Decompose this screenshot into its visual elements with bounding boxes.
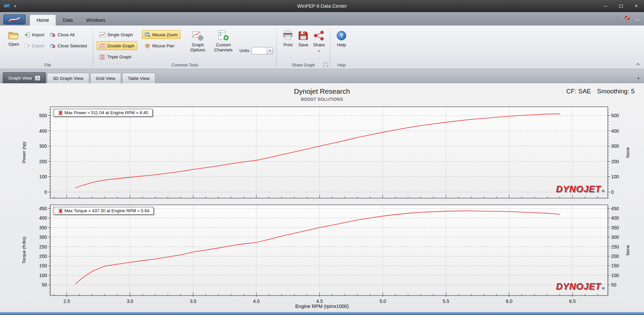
svg-text:200: 200 [39,159,47,164]
svg-text:450: 450 [611,206,619,211]
winpep-window: ▾ WinPEP 8 Data Center – × Home Data Win… [0,0,644,315]
close-all-button[interactable]: Close All [47,30,90,39]
svg-text:400: 400 [611,215,619,221]
chevron-up-icon [636,63,640,65]
help-group-label: Help [330,63,353,68]
tab-overflow-arrow-icon[interactable]: ▾ [635,76,641,83]
svg-text:150: 150 [39,263,47,268]
svg-text:400: 400 [611,128,619,134]
svg-text:None: None [625,147,630,158]
view-tab-strip: Graph View × 3D Graph View Grid View Tab… [0,69,644,83]
power-series-color-chip[interactable] [58,110,63,115]
export-icon [24,43,30,49]
svg-text:200: 200 [39,254,47,259]
graph-options-button[interactable]: Graph Options [185,28,211,61]
svg-text:450: 450 [39,206,47,211]
svg-text:Power (hp): Power (hp) [21,142,26,163]
units-dropdown[interactable]: ▾ [252,47,273,54]
mouse-pan-button[interactable]: Mouse Pan [142,41,180,50]
svg-text:100: 100 [611,273,619,278]
ribbon-tab-windows[interactable]: Windows [79,15,112,26]
svg-text:100: 100 [611,174,619,179]
svg-text:4.0: 4.0 [253,299,260,304]
svg-text:400: 400 [39,128,47,134]
close-selected-icon [50,43,56,49]
app-icon [3,3,10,9]
torque-series-color-chip[interactable] [58,209,63,213]
svg-text:6.0: 6.0 [506,299,513,304]
mouse-zoom-button[interactable]: Mouse Zoom [142,30,180,39]
mouse-zoom-icon [145,32,150,38]
maximize-icon [619,5,623,8]
svg-text:200: 200 [611,254,619,259]
units-value [252,47,267,54]
winpep-logo-icon [8,16,21,23]
units-dropdown-arrow-icon[interactable]: ▾ [267,47,273,54]
svg-text:300: 300 [39,234,47,240]
share-dialog-launcher-icon[interactable]: ↘ [324,63,328,68]
power-chart-plot[interactable]: 00100100200200300300400400500500Power (h… [0,105,644,200]
save-button[interactable]: Save [296,28,311,61]
print-icon [282,30,293,41]
torque-legend[interactable]: Max Torque = 437.30 at Engine RPM = 5.64 [53,207,154,215]
graph-facility-title: Dynojet Research [0,87,644,95]
share-graph-group-label: Share Graph [277,63,330,68]
svg-text:100: 100 [39,174,47,179]
graph-view-panel: Dynojet Research BOOST SOLUTIONS CF: SAE… [0,83,644,315]
mouse-pan-icon [145,43,150,49]
double-graph-icon [99,43,105,48]
legend-handle-icon[interactable] [54,208,56,213]
open-label: Open [8,42,19,47]
ribbon-collapse-button[interactable] [636,61,640,67]
svg-text:2.5: 2.5 [63,299,70,304]
import-button[interactable]: Import [21,30,47,39]
minimize-button[interactable]: – [598,0,613,12]
ribbon-tab-strip: Home Data Windows [0,12,644,26]
common-tools-group-label: Common Tools [93,63,276,68]
feedback-icon[interactable] [624,15,630,22]
svg-text:?: ? [340,33,343,39]
quick-access-arrow-icon[interactable]: ▾ [14,4,16,8]
app-menu-button[interactable] [3,14,25,25]
titlebar: ▾ WinPEP 8 Data Center – × [0,0,644,12]
ribbon-tab-data[interactable]: Data [56,15,79,26]
close-tab-icon[interactable]: × [35,76,40,81]
help-button[interactable]: ? Help [334,28,349,61]
torque-legend-text: Max Torque = 437.30 at Engine RPM = 5.64 [64,208,149,213]
torque-chart-plot[interactable]: 5050100100150150200200250250300300350350… [0,204,644,305]
user-icon[interactable] [614,15,620,22]
window-title: WinPEP 8 Data Center [0,3,644,9]
share-button[interactable]: Share ▾ [311,28,327,61]
open-button[interactable]: Open [6,28,21,61]
tab-table-view[interactable]: Table View [122,73,155,83]
tab-3d-graph-view[interactable]: 3D Graph View [47,73,89,83]
svg-text:300: 300 [39,143,47,149]
power-legend[interactable]: Max Power = 511.04 at Engine RPM = 6.40 [53,109,153,117]
tab-graph-view[interactable]: Graph View × [3,72,46,83]
share-dropdown-arrow-icon[interactable]: ▾ [318,49,320,53]
single-graph-button[interactable]: Single Graph [97,30,137,39]
share-graph-group: Print Save Share ▾ Share Graph ↘ [277,26,330,69]
svg-text:400: 400 [39,215,47,221]
double-graph-button[interactable]: Double Graph [97,41,137,50]
units-label: Units [239,48,250,53]
triple-graph-button[interactable]: Triple Graph [97,52,137,61]
tab-grid-view[interactable]: Grid View [90,73,121,83]
custom-channels-icon [218,30,229,41]
custom-channels-button[interactable]: Custom Channels [211,28,236,61]
dynojet-watermark: DYNOJET [556,184,604,194]
close-all-icon [50,32,56,38]
x-axis-title: Engine RPM (rpmx1000) [0,304,644,309]
save-icon [298,30,309,41]
svg-text:0: 0 [44,189,47,195]
ribbon-tab-home[interactable]: Home [30,14,56,26]
close-button[interactable]: × [629,0,644,12]
single-graph-icon [99,32,105,37]
legend-handle-icon[interactable] [54,110,56,115]
warning-icon[interactable] [634,15,641,22]
maximize-button[interactable] [613,0,629,12]
close-selected-button[interactable]: Close Selected [47,41,90,50]
svg-text:6.5: 6.5 [569,299,576,304]
print-button[interactable]: Print [280,28,296,61]
help-group: ? Help Help [330,26,353,69]
